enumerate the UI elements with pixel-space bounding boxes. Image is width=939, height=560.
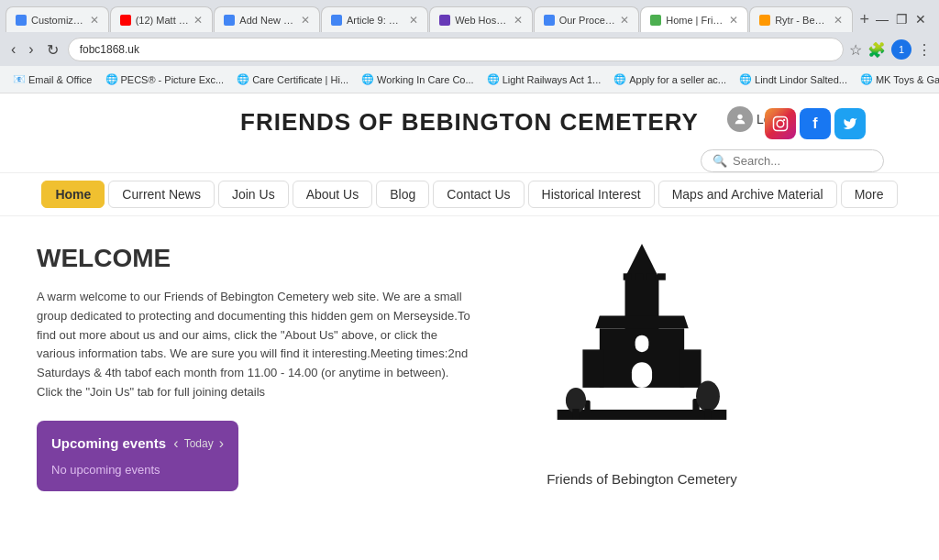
search-box: 🔍 (701, 149, 884, 172)
welcome-text: A warm welcome to our Friends of Bebingt… (37, 288, 477, 402)
nav-item-blog[interactable]: Blog (376, 181, 429, 208)
tab-0[interactable]: Customize: Pennyt... ✕ (6, 6, 109, 32)
tab-5[interactable]: Our Process - Penn... ✕ (534, 6, 640, 32)
cemetery-image (550, 244, 734, 464)
events-prev-button[interactable]: ‹ (173, 435, 178, 452)
svg-rect-8 (647, 273, 656, 280)
search-container: 🔍 (18, 146, 921, 172)
nav-item-join-us[interactable]: Join Us (218, 181, 289, 208)
bookmark-icon: 📧 (13, 73, 26, 85)
search-icon: 🔍 (713, 154, 727, 168)
maximize-button[interactable]: ❐ (896, 12, 908, 27)
tab-4[interactable]: Web Hosting, Dom... ✕ (429, 6, 533, 32)
svg-rect-13 (680, 349, 701, 388)
tab-2[interactable]: Add New Page - Pe... ✕ (214, 6, 320, 32)
tab-close-3[interactable]: ✕ (409, 14, 418, 27)
bookmark-icon: 🌐 (739, 73, 752, 85)
svg-rect-14 (632, 362, 652, 388)
tab-close-7[interactable]: ✕ (834, 14, 843, 27)
window-controls: — ❐ ✕ (876, 12, 933, 27)
address-bar: ‹ › ↻ fobc1868.uk ☆ 🧩 1 ⋮ (0, 33, 939, 66)
close-button[interactable]: ✕ (915, 12, 926, 27)
events-title: Upcoming events (51, 435, 166, 451)
new-tab-button[interactable]: + (854, 10, 875, 29)
site-header: Log In f FRIENDS OF BEBINGTON CEMETERY 🔍 (0, 93, 939, 172)
site-title: FRIENDS OF BEBINGTON CEMETERY (240, 108, 699, 137)
tab-close-0[interactable]: ✕ (90, 14, 99, 27)
events-today-label[interactable]: Today (184, 437, 214, 450)
svg-rect-12 (582, 349, 603, 388)
nav-item-about-us[interactable]: About Us (293, 181, 373, 208)
bookmark-email[interactable]: 📧 Email & Office (7, 71, 98, 87)
bookmark-icon: 🌐 (487, 73, 500, 85)
nav-item-contact-us[interactable]: Contact Us (433, 181, 524, 208)
tab-bar: Customize: Pennyt... ✕ (12) Matt - WPres… (0, 0, 939, 33)
bookmark-icon: 🌐 (613, 73, 626, 85)
bookmark-icon: 🌐 (105, 73, 118, 85)
extensions-button[interactable]: 🧩 (867, 41, 886, 59)
svg-point-0 (737, 115, 742, 119)
tab-6[interactable]: Home | Friends Of B... ✕ (640, 6, 748, 32)
refresh-button[interactable]: ↻ (43, 39, 62, 60)
svg-marker-5 (625, 244, 659, 278)
events-next-button[interactable]: › (219, 435, 224, 452)
url-bar[interactable]: fobc1868.uk (68, 38, 844, 61)
login-avatar (727, 106, 753, 132)
bookmark-lindt[interactable]: 🌐 Lindt Lindor Salted... (734, 71, 853, 87)
bookmark-pecs[interactable]: 🌐 PECS® - Picture Exc... (100, 71, 230, 87)
tab-close-6[interactable]: ✕ (729, 14, 738, 27)
menu-button[interactable]: ⋮ (917, 41, 932, 59)
svg-rect-7 (635, 273, 644, 280)
forward-button[interactable]: › (25, 39, 37, 60)
tab-close-1[interactable]: ✕ (193, 14, 203, 27)
bookmark-mk[interactable]: 🌐 MK Toys & Games - Po... (855, 71, 939, 87)
bookmark-apply[interactable]: 🌐 Apply for a seller ac... (608, 71, 732, 87)
nav-item-current-news[interactable]: Current News (108, 181, 215, 208)
content-left: WELCOME A warm welcome to our Friends of… (37, 244, 477, 491)
bookmarks-bar: 📧 Email & Office 🌐 PECS® - Picture Exc..… (0, 66, 939, 93)
svg-rect-9 (657, 273, 666, 280)
bookmark-icon: 🌐 (361, 73, 374, 85)
bookmark-working[interactable]: 🌐 Working In Care Co... (356, 71, 480, 87)
tab-close-5[interactable]: ✕ (620, 14, 629, 27)
svg-rect-15 (635, 335, 649, 352)
events-widget: Upcoming events ‹ Today › No upcoming ev… (37, 421, 238, 491)
no-events-text: No upcoming events (51, 463, 224, 477)
events-header: Upcoming events ‹ Today › (51, 435, 224, 452)
svg-point-2 (777, 120, 784, 127)
tab-7[interactable]: Rytr - Best AI Write... ✕ (749, 6, 853, 32)
website-content: Log In f FRIENDS OF BEBINGTON CEMETERY 🔍 (0, 93, 939, 560)
url-text: fobc1868.uk (80, 43, 139, 56)
back-button[interactable]: ‹ (7, 39, 19, 60)
bookmark-icon: 🌐 (237, 73, 249, 85)
tab-close-2[interactable]: ✕ (301, 14, 310, 27)
svg-point-3 (783, 119, 785, 121)
nav-item-maps-archive[interactable]: Maps and Archive Material (658, 181, 837, 208)
tab-close-4[interactable]: ✕ (514, 14, 523, 27)
nav-item-more[interactable]: More (841, 181, 898, 208)
tab-3[interactable]: Article 9: Freedom o... ✕ (321, 6, 428, 32)
welcome-title: WELCOME (37, 244, 477, 273)
svg-rect-1 (774, 117, 788, 131)
svg-marker-11 (595, 315, 689, 328)
bookmark-care-cert[interactable]: 🌐 Care Certificate | Hi... (231, 71, 354, 87)
nav-item-home[interactable]: Home (41, 181, 105, 208)
facebook-icon[interactable]: f (800, 108, 831, 139)
bookmark-star-button[interactable]: ☆ (849, 41, 862, 59)
svg-rect-24 (704, 409, 711, 419)
main-content: WELCOME A warm welcome to our Friends of… (0, 216, 939, 519)
svg-rect-6 (624, 273, 632, 280)
bookmark-icon: 🌐 (860, 73, 873, 85)
events-nav: ‹ Today › (173, 435, 224, 452)
instagram-icon[interactable] (765, 108, 796, 139)
nav-item-historical-interest[interactable]: Historical Interest (528, 181, 655, 208)
svg-point-23 (696, 381, 720, 412)
minimize-button[interactable]: — (876, 12, 889, 27)
tab-1[interactable]: (12) Matt - WPress... ✕ (110, 6, 214, 32)
search-input[interactable] (733, 154, 872, 168)
twitter-icon[interactable] (834, 108, 866, 139)
bookmark-light-railways[interactable]: 🌐 Light Railways Act 1... (481, 71, 607, 87)
profile-button[interactable]: 1 (891, 39, 911, 60)
cemetery-caption: Friends of Bebington Cemetery (547, 471, 737, 487)
social-icons: f (765, 108, 866, 139)
